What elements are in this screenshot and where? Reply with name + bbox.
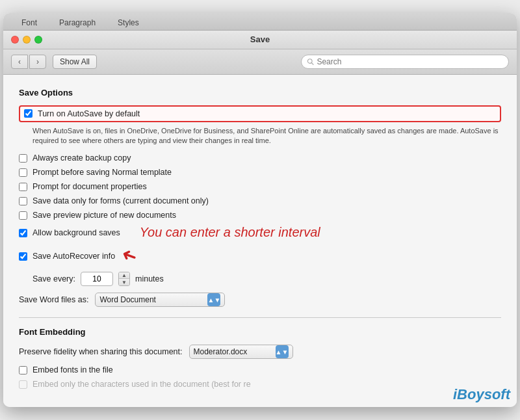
autosave-description: When AutoSave is on, files in OneDrive, …: [32, 126, 501, 146]
option-row-0: Always create backup copy: [19, 153, 501, 163]
fidelity-dropdown-arrow-icon: ▲▼: [276, 345, 289, 358]
fidelity-label: Preserve fidelity when sharing this docu…: [19, 347, 183, 356]
dropdown-arrow-icon: ▲▼: [207, 293, 220, 306]
save-every-stepper: ▲ ▼: [118, 272, 130, 286]
window-title: Save: [250, 34, 270, 44]
embed-fonts-label: Embed fonts in the file: [32, 365, 113, 374]
preference-window: Font Paragraph Styles Save ‹ › Show All: [3, 13, 517, 408]
option-label-2: Prompt for document properties: [32, 182, 147, 191]
fidelity-chevron-down-icon: ▼: [282, 348, 289, 356]
option-checkbox-6[interactable]: [19, 252, 27, 261]
option-label-4: Save preview picture of new documents: [32, 211, 176, 220]
chevron-down-icon: ▼: [214, 296, 220, 304]
autosave-checkbox[interactable]: [24, 109, 32, 118]
option-checkbox-3[interactable]: [19, 197, 27, 205]
option-row-5: Allow background saves: [19, 228, 120, 237]
save-every-input[interactable]: [81, 272, 113, 286]
option-checkbox-0[interactable]: [19, 154, 27, 163]
annotation-text: You can enter a shorter interval: [140, 225, 320, 240]
save-options-title: Save Options: [19, 88, 501, 98]
paragraph-tab[interactable]: Paragraph: [49, 16, 106, 30]
search-icon: [307, 58, 314, 66]
option-row-2: Prompt for document properties: [19, 182, 501, 191]
embed-chars-label: Embed only the characters used in the do…: [32, 380, 251, 389]
option-row-4: Save preview picture of new documents: [19, 211, 501, 220]
option-label-3: Save data only for forms (current docume…: [32, 196, 209, 205]
font-embedding-title: Font Embedding: [19, 327, 501, 337]
embed-chars-checkbox[interactable]: [19, 380, 27, 389]
option-row-3: Save data only for forms (current docume…: [19, 196, 501, 205]
save-as-value: Word Document: [99, 295, 155, 304]
section-divider: [19, 317, 501, 318]
svg-line-1: [311, 62, 313, 64]
save-as-label: Save Word files as:: [19, 295, 88, 304]
fidelity-value: Moderator.docx: [194, 347, 248, 356]
font-tab[interactable]: Font: [11, 16, 47, 30]
option-row-6: Save AutoRecover info: [19, 252, 115, 261]
titlebar: Save: [3, 31, 517, 49]
option-checkbox-2[interactable]: [19, 183, 27, 191]
content-wrapper: Save Options Turn on AutoSave by default…: [3, 75, 517, 408]
chevron-up-icon: ▲: [208, 296, 214, 304]
show-all-button[interactable]: Show All: [53, 55, 97, 69]
search-input[interactable]: [317, 57, 503, 66]
content: Save Options Turn on AutoSave by default…: [3, 75, 517, 408]
fidelity-row: Preserve fidelity when sharing this docu…: [19, 345, 501, 359]
option-label-5: Allow background saves: [32, 228, 120, 237]
annotation-arrow: ➜: [118, 243, 140, 269]
stepper-down[interactable]: ▼: [119, 279, 129, 285]
option-checkbox-4[interactable]: [19, 211, 27, 220]
styles-tab[interactable]: Styles: [107, 16, 150, 30]
option-label-6: Save AutoRecover info: [32, 252, 115, 261]
autosave-row: Turn on AutoSave by default: [19, 105, 501, 122]
save-every-row: Save every: ▲ ▼ minutes: [32, 272, 501, 286]
traffic-lights: [11, 36, 42, 44]
search-bar[interactable]: [301, 55, 509, 69]
save-as-row: Save Word files as: Word Document ▲▼: [19, 293, 501, 307]
embed-fonts-row: Embed fonts in the file: [19, 365, 501, 374]
option-label-1: Prompt before saving Normal template: [32, 168, 172, 177]
autosave-label: Turn on AutoSave by default: [38, 109, 140, 118]
embed-chars-row: Embed only the characters used in the do…: [19, 380, 501, 389]
close-button[interactable]: [11, 36, 19, 44]
save-every-label: Save every:: [32, 274, 75, 283]
stepper-up[interactable]: ▲: [119, 272, 129, 279]
option-checkbox-1[interactable]: [19, 168, 27, 177]
toolbar: ‹ › Show All: [3, 49, 517, 75]
back-button[interactable]: ‹: [11, 55, 28, 69]
save-every-unit: minutes: [135, 274, 164, 283]
forward-button[interactable]: ›: [29, 55, 46, 69]
minimize-button[interactable]: [23, 36, 31, 44]
maximize-button[interactable]: [34, 36, 42, 44]
nav-buttons: ‹ ›: [11, 55, 46, 69]
fidelity-dropdown[interactable]: Moderator.docx ▲▼: [189, 345, 293, 359]
embed-fonts-checkbox[interactable]: [19, 366, 27, 374]
option-row-1: Prompt before saving Normal template: [19, 168, 501, 177]
fidelity-chevron-up-icon: ▲: [276, 348, 282, 356]
option-label-0: Always create backup copy: [32, 153, 131, 163]
option-checkbox-5[interactable]: [19, 229, 27, 237]
top-tab-bar: Font Paragraph Styles: [3, 13, 517, 31]
save-as-dropdown[interactable]: Word Document ▲▼: [95, 293, 225, 307]
